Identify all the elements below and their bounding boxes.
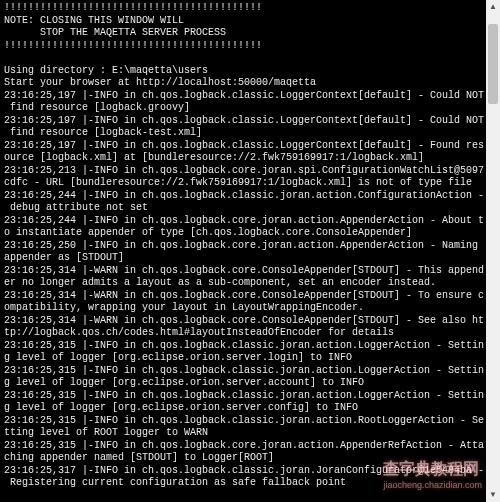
scroll-down-button[interactable]: ▼	[486, 488, 500, 502]
terminal-output[interactable]: !!!!!!!!!!!!!!!!!!!!!!!!!!!!!!!!!!!!!!!!…	[0, 0, 500, 502]
scrollbar-thumb[interactable]	[488, 24, 498, 104]
scrollbar-track[interactable]	[486, 14, 500, 488]
console-text: !!!!!!!!!!!!!!!!!!!!!!!!!!!!!!!!!!!!!!!!…	[4, 2, 484, 502]
scroll-up-button[interactable]: ▲	[486, 0, 500, 14]
vertical-scrollbar[interactable]: ▲ ▼	[486, 0, 500, 502]
